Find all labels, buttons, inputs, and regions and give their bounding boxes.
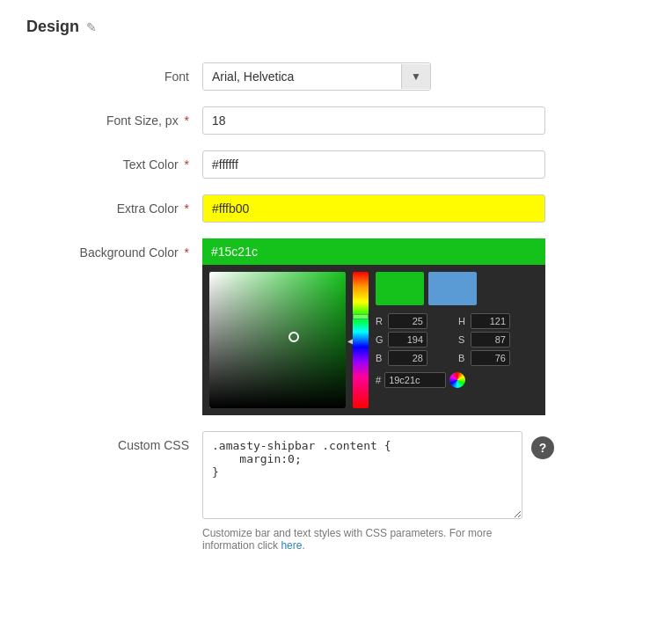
extra-color-required: * (185, 201, 189, 216)
hue-strip[interactable] (353, 272, 369, 408)
extra-color-label: Extra Color * (26, 194, 202, 216)
custom-css-label: Custom CSS (26, 431, 202, 452)
r-input[interactable] (388, 313, 427, 329)
text-color-required: * (185, 157, 189, 172)
css-hint-link[interactable]: here (281, 539, 302, 552)
css-hint: Customize bar and text styles with CSS p… (202, 527, 545, 552)
font-select[interactable]: Arial, Helvetica Georgia, serif Times Ne… (203, 63, 401, 90)
text-color-control (202, 150, 545, 179)
bg-color-required: * (185, 245, 189, 260)
s-label: S (458, 334, 469, 345)
font-size-input[interactable] (202, 106, 545, 135)
font-size-control (202, 106, 545, 135)
page-header: Design ✎ (26, 18, 646, 36)
hue-thumb (353, 314, 369, 319)
font-dropdown-arrow[interactable]: ▼ (401, 64, 430, 89)
font-control: Arial, Helvetica Georgia, serif Times Ne… (202, 62, 545, 91)
b-input[interactable] (388, 350, 427, 366)
text-color-input[interactable] (202, 150, 545, 179)
g-field: G (376, 332, 456, 348)
b-field: B (376, 350, 456, 366)
font-label: Font (26, 62, 202, 84)
bg-color-input[interactable] (211, 245, 537, 259)
b2-label: B (458, 353, 469, 363)
extra-color-row: Extra Color * (26, 194, 646, 223)
r-label: R (376, 316, 386, 326)
g-input[interactable] (388, 332, 427, 348)
custom-css-textarea[interactable]: .amasty-shipbar .content { margin:0; } (202, 431, 522, 519)
hash-label: # (376, 375, 381, 385)
gradient-cursor (289, 332, 299, 342)
text-color-label: Text Color * (26, 150, 202, 172)
color-picker-header (202, 238, 545, 265)
bg-color-row: Background Color * (26, 238, 646, 415)
custom-css-row: Custom CSS .amasty-shipbar .content { ma… (26, 431, 646, 552)
color-picker-body: ◀ (202, 265, 545, 415)
font-select-wrapper: Arial, Helvetica Georgia, serif Times Ne… (202, 62, 431, 91)
bg-color-label: Background Color * (26, 238, 202, 260)
b2-input[interactable] (471, 350, 510, 366)
hue-strip-wrapper: ◀ (353, 272, 369, 408)
color-wheel-icon[interactable] (449, 372, 465, 388)
bg-color-picker-wrapper: ◀ (202, 238, 545, 415)
b2-field: B (458, 350, 538, 366)
page-title: Design (26, 18, 79, 36)
h-field: H (458, 313, 538, 329)
font-row: Font Arial, Helvetica Georgia, serif Tim… (26, 62, 646, 91)
hex-input[interactable] (384, 372, 446, 388)
gradient-selector[interactable] (209, 272, 346, 408)
hex-row: # (376, 372, 538, 388)
swatch-current[interactable] (376, 272, 424, 305)
design-page: Design ✎ Font Arial, Helvetica Georgia, … (0, 0, 672, 622)
h-label: H (458, 316, 469, 326)
color-fields: R H G S (376, 313, 538, 366)
gradient-dark-overlay (209, 272, 346, 408)
extra-color-input[interactable] (202, 194, 545, 223)
extra-color-control (202, 194, 545, 223)
text-color-row: Text Color * (26, 150, 646, 179)
font-size-label: Font Size, px * (26, 106, 202, 128)
swatch-previous[interactable] (428, 272, 477, 305)
b-label: B (376, 353, 386, 363)
help-icon[interactable]: ? (531, 436, 554, 459)
color-swatches (376, 272, 538, 305)
custom-css-control: .amasty-shipbar .content { margin:0; } (202, 431, 522, 522)
color-picker-right: R H G S (376, 272, 538, 408)
r-field: R (376, 313, 456, 329)
s-field: S (458, 332, 538, 348)
font-size-required: * (185, 113, 189, 128)
s-input[interactable] (471, 332, 510, 348)
g-label: G (376, 334, 386, 345)
h-input[interactable] (471, 313, 510, 329)
edit-icon[interactable]: ✎ (86, 20, 97, 34)
font-size-row: Font Size, px * (26, 106, 646, 135)
